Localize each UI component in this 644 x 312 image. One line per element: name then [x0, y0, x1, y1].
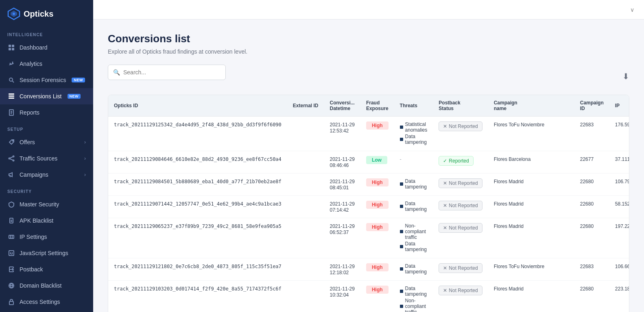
threat-item: Data tampering — [400, 134, 428, 145]
cell-campaign-id: 22680 — [574, 173, 609, 196]
svg-rect-31 — [9, 251, 14, 256]
cell-campaign-name: Flores ToFu Noviembre — [488, 258, 574, 281]
search-bar[interactable]: 🔍 — [108, 65, 226, 80]
x-icon: ✕ — [443, 203, 447, 208]
fraud-exposure-badge: High — [366, 263, 389, 271]
sidebar-label-apk-blacklist: APK Blacklist — [20, 217, 53, 224]
table-row: track_20211129065237_e37f89b9_7239_49c2_… — [108, 218, 629, 258]
threat-item: Data tampering — [400, 178, 428, 190]
sidebar-item-dashboard[interactable]: Dashboard — [0, 39, 93, 56]
cell-campaign-id: 22683 — [574, 117, 609, 151]
sidebar-item-javascript-settings[interactable]: JavaScript Settings — [0, 245, 93, 261]
col-opticks-id: Opticks ID — [108, 95, 287, 117]
cell-campaign-name: Flores Madrid — [488, 218, 574, 258]
cell-external-id — [287, 151, 324, 173]
svg-point-8 — [11, 64, 12, 65]
topbar: ∨ — [93, 0, 644, 20]
sidebar-item-traffic-sources[interactable]: Traffic Sources › — [0, 150, 93, 167]
shield-icon — [7, 200, 15, 208]
svg-line-11 — [13, 81, 14, 83]
svg-point-9 — [12, 62, 13, 63]
badge-new-session-forensics: NEW — [72, 78, 85, 82]
download-icon[interactable]: ⬇ — [622, 72, 629, 81]
svg-point-7 — [10, 63, 11, 64]
threat-dot-icon — [400, 290, 403, 293]
cell-external-id — [287, 117, 324, 151]
cell-datetime: 2021-11-2908:46:46 — [324, 151, 360, 173]
cell-campaign-name: Flores Barcelona — [488, 151, 574, 173]
cell-external-id — [287, 281, 324, 312]
search-bar-icon: 🔍 — [113, 69, 120, 76]
sidebar-label-session-forensics: Session Forensics — [20, 77, 66, 83]
cell-postback-status: ✓ Reported — [433, 151, 488, 173]
col-ip: IP — [609, 95, 629, 117]
threat-dot-icon — [400, 245, 403, 248]
main-content: ∨ Conversions list Explore all of Optick… — [93, 0, 644, 312]
svg-point-2 — [13, 13, 15, 15]
table-icon — [7, 92, 15, 100]
postback-status-badge: ✕ Not Reported — [439, 121, 482, 131]
svg-point-10 — [9, 78, 13, 81]
sidebar-section-security: SECURITY Master Security APK Blacklist I… — [0, 183, 93, 310]
x-icon: ✕ — [443, 288, 447, 293]
sidebar-item-domain-blacklist[interactable]: Domain Blacklist — [0, 277, 93, 294]
sidebar-item-access-settings[interactable]: Access Settings — [0, 294, 93, 310]
sidebar-item-apk-blacklist[interactable]: APK Blacklist — [0, 212, 93, 229]
grid-icon — [7, 43, 15, 52]
cell-ip: 223.187.6.... — [609, 281, 629, 312]
cell-opticks-id: track_20211129103203_0d017414_f2f9_420e_… — [108, 281, 287, 312]
search-input[interactable] — [123, 69, 220, 76]
cell-postback-status: ✕ Not Reported — [433, 218, 488, 258]
logo-text: Opticks — [24, 9, 53, 19]
postback-status-badge: ✕ Not Reported — [439, 201, 482, 210]
cell-campaign-name: Flores Madrid — [488, 281, 574, 312]
sidebar-item-offers[interactable]: Offers › — [0, 134, 93, 150]
sidebar-label-postback: Postback — [20, 266, 43, 273]
sidebar-label-traffic-sources: Traffic Sources — [20, 155, 57, 162]
sidebar-label-campaigns: Campaigns — [20, 171, 48, 178]
sidebar-item-ip-settings[interactable]: IP Settings — [0, 229, 93, 245]
sidebar-label-javascript-settings: JavaScript Settings — [20, 250, 68, 256]
x-icon: ✕ — [443, 124, 447, 129]
col-threats: Threats — [394, 95, 433, 117]
table-row: track_20211129121802_0e7c6cb8_2de0_4873_… — [108, 258, 629, 281]
postback-status-badge: ✓ Reported — [439, 156, 473, 166]
sidebar-item-analytics[interactable]: Analytics — [0, 56, 93, 72]
sidebar-label-domain-blacklist: Domain Blacklist — [20, 282, 61, 289]
sidebar-section-setup: SETUP Offers › Traffic Sources › Campaig… — [0, 121, 93, 183]
cell-opticks-id: track_20211129084501_5b880689_eba1_40d0_… — [108, 173, 287, 196]
threat-dot-icon — [400, 267, 403, 271]
file-icon — [7, 108, 15, 117]
sidebar-item-postback[interactable]: Postback — [0, 261, 93, 277]
sidebar-item-master-security[interactable]: Master Security — [0, 196, 93, 212]
cell-threats: Non-compliant trafficData tampering — [394, 218, 433, 258]
sidebar-item-campaigns[interactable]: Campaigns › — [0, 167, 93, 183]
topbar-chevron-icon: ∨ — [630, 6, 634, 13]
cell-datetime: 2021-11-2912:18:02 — [324, 258, 360, 281]
sidebar-item-conversions-list[interactable]: Conversions List NEW — [0, 88, 93, 104]
section-label-setup: SETUP — [0, 121, 93, 134]
threat-dot-icon — [400, 182, 403, 186]
fraud-exposure-badge: Low — [366, 156, 387, 164]
cell-postback-status: ✕ Not Reported — [433, 281, 488, 312]
cell-ip: 58.152.131.... — [609, 196, 629, 218]
cell-external-id — [287, 218, 324, 258]
sidebar-label-offers: Offers — [20, 139, 35, 145]
lock-icon — [7, 298, 15, 306]
chevron-right-icon-3: › — [84, 172, 86, 178]
threat-item: Non-compliant traffic — [400, 223, 428, 240]
threat-dot-icon — [400, 126, 403, 129]
sidebar-item-session-forensics[interactable]: Session Forensics NEW — [0, 72, 93, 88]
table-row: track_20211129071442_12057747_0e51_4e62_… — [108, 196, 629, 218]
threat-dot-icon — [400, 205, 403, 208]
table-row: track_20211129084646_6610e82e_88d2_4930_… — [108, 151, 629, 173]
postback-status-badge: ✕ Not Reported — [439, 223, 482, 233]
threat-item: Data tampering — [400, 241, 428, 252]
sidebar-item-reports[interactable]: Reports — [0, 104, 93, 121]
page-subtitle: Explore all of Opticks fraud findings at… — [108, 48, 629, 55]
js-icon — [7, 249, 15, 257]
sidebar-label-master-security: Master Security — [20, 201, 59, 208]
col-external-id: External ID — [287, 95, 324, 117]
cell-opticks-id: track_20211129084646_6610e82e_88d2_4930_… — [108, 151, 287, 173]
postback-status-badge: ✕ Not Reported — [439, 178, 482, 188]
